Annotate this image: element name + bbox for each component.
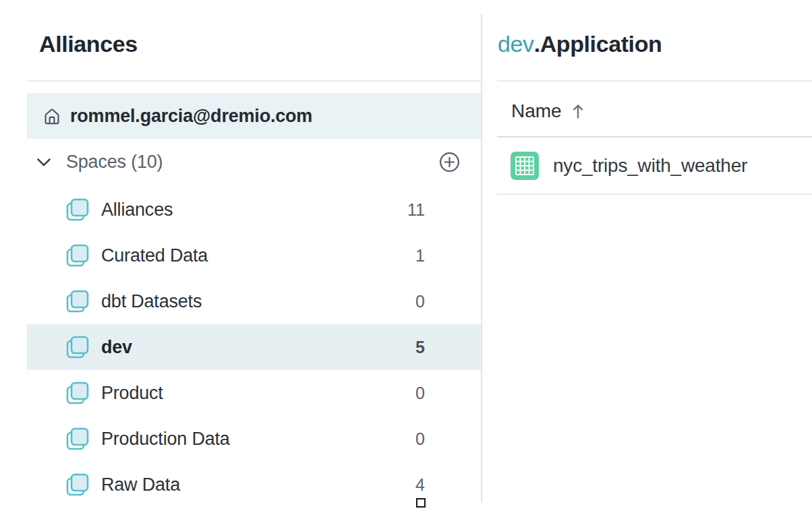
house-icon <box>42 106 62 126</box>
spaces-list: Alliances 11 Curated Data 1 dbt Datasets… <box>27 187 482 508</box>
cursor-square-artifact <box>416 498 426 508</box>
space-icon <box>64 242 91 269</box>
page-title: Alliances <box>39 31 138 57</box>
space-count: 0 <box>415 384 425 403</box>
space-label: dbt Datasets <box>101 291 202 312</box>
left-panel-divider <box>27 80 482 82</box>
space-icon <box>64 471 91 498</box>
space-count: 5 <box>415 338 425 357</box>
sidebar-item-dbt-datasets[interactable]: dbt Datasets 0 <box>27 278 482 324</box>
space-icon <box>64 288 91 315</box>
space-icon <box>64 425 91 452</box>
breadcrumb: dev.Application <box>498 31 662 57</box>
space-count: 1 <box>415 246 425 266</box>
space-count: 11 <box>407 200 425 220</box>
chevron-down-icon[interactable] <box>36 154 52 171</box>
space-label: Alliances <box>101 200 173 220</box>
spaces-section-label: Spaces (10) <box>66 152 163 173</box>
breadcrumb-space-link[interactable]: dev <box>498 31 534 57</box>
name-column-label: Name <box>511 100 562 122</box>
sidebar-item-curated-data[interactable]: Curated Data 1 <box>27 233 482 278</box>
name-column-header[interactable]: Name <box>511 98 584 125</box>
dataset-name: nyc_trips_with_weather <box>553 155 747 177</box>
sort-ascending-icon <box>572 102 584 120</box>
space-label: Raw Data <box>101 475 180 495</box>
home-user-label: rommel.garcia@dremio.com <box>70 106 312 127</box>
sidebar-item-production-data[interactable]: Production Data 0 <box>27 416 482 462</box>
dataset-grid-icon <box>511 152 539 180</box>
sidebar-item-alliances[interactable]: Alliances 11 <box>27 187 482 233</box>
space-count: 0 <box>415 292 425 311</box>
table-row-divider <box>497 193 812 195</box>
sidebar-item-product[interactable]: Product 0 <box>27 370 482 416</box>
breadcrumb-separator: . <box>534 31 540 57</box>
space-label: Production Data <box>101 429 230 450</box>
spaces-section-header: Spaces (10) <box>27 146 482 178</box>
add-space-button[interactable] <box>439 152 460 173</box>
sidebar-item-raw-data[interactable]: Raw Data 4 <box>27 462 482 508</box>
right-panel-divider <box>497 80 812 82</box>
space-label: Product <box>101 383 163 404</box>
space-count: 4 <box>415 475 425 495</box>
space-icon <box>64 334 91 361</box>
dataset-row-nyc-trips-with-weather[interactable]: nyc_trips_with_weather <box>497 138 812 193</box>
panel-divider <box>481 13 482 503</box>
space-icon <box>64 196 91 223</box>
home-user-item[interactable]: rommel.garcia@dremio.com <box>27 93 482 139</box>
sidebar-item-dev[interactable]: dev 5 <box>27 324 482 370</box>
breadcrumb-current: Application <box>540 31 662 57</box>
space-label: Curated Data <box>101 245 208 266</box>
space-label: dev <box>101 337 132 358</box>
space-icon <box>64 379 91 406</box>
space-count: 0 <box>415 429 425 449</box>
